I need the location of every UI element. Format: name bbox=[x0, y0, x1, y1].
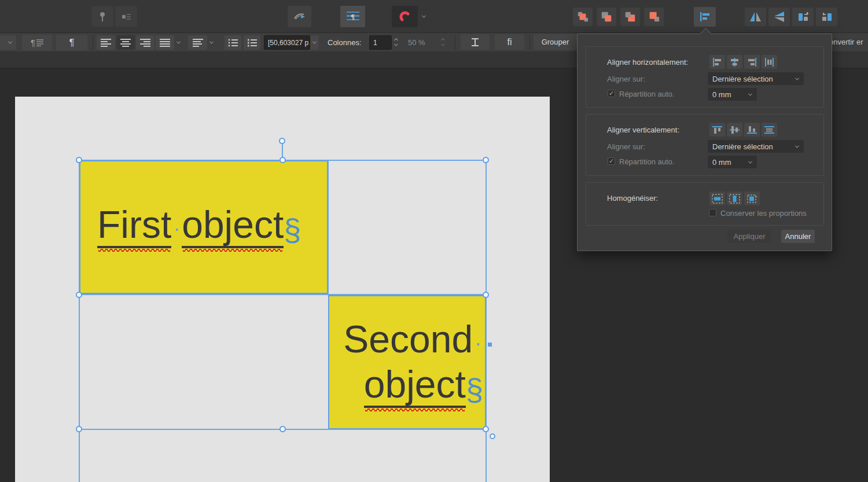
selection-handle-top-left[interactable] bbox=[76, 157, 82, 163]
convert-button-partial[interactable]: onvertir er bbox=[829, 38, 863, 46]
text-flow-marker[interactable] bbox=[488, 343, 492, 347]
same-width-button[interactable] bbox=[709, 192, 725, 205]
columns-input[interactable]: 1 bbox=[369, 35, 392, 50]
cancel-button[interactable]: Annuler bbox=[781, 230, 815, 243]
same-height-button[interactable] bbox=[727, 192, 742, 205]
rotate-cw-icon bbox=[820, 10, 834, 23]
show-text-decorations-button[interactable]: ¶ bbox=[340, 6, 365, 27]
pilcrow-mark: § bbox=[466, 372, 483, 407]
align-on-value: Dernière sélection bbox=[712, 142, 773, 151]
selection-handle-top-right[interactable] bbox=[483, 157, 489, 163]
move-backward-button[interactable] bbox=[620, 8, 640, 26]
bullet-list-button[interactable] bbox=[225, 35, 241, 50]
leading-dropdown[interactable] bbox=[310, 35, 319, 50]
auto-distribute-label: Répartition auto. bbox=[619, 90, 674, 98]
selection-handle-bottom-right[interactable] bbox=[483, 426, 489, 432]
columns-stepper[interactable] bbox=[392, 35, 400, 50]
chevron-down-icon bbox=[8, 40, 12, 44]
drop-caps-button[interactable]: ¶ bbox=[22, 35, 52, 50]
chevron-down-icon bbox=[795, 76, 799, 80]
secondary-handle[interactable] bbox=[490, 433, 495, 439]
alignment-button[interactable] bbox=[694, 7, 716, 27]
chevron-down-icon bbox=[312, 40, 317, 44]
rotate-ccw-button[interactable] bbox=[792, 8, 814, 26]
style-dropdown-partial[interactable] bbox=[0, 35, 16, 50]
leading-field[interactable]: [50,603027 p bbox=[264, 35, 310, 50]
snapping-dropdown[interactable] bbox=[419, 6, 428, 27]
pin-icon bbox=[98, 12, 107, 22]
selection-handle-bottom-center[interactable] bbox=[279, 426, 286, 432]
spacing-value: 0 mm bbox=[712, 90, 731, 99]
homogenize-section bbox=[586, 182, 824, 226]
align-on-dropdown-vertical[interactable]: Dernière sélection bbox=[708, 140, 804, 153]
align-left-button[interactable] bbox=[97, 35, 115, 50]
second-frame-line2: object§ bbox=[328, 362, 483, 407]
selection-edge-middle bbox=[79, 294, 487, 295]
second-frame-line1: Second· bbox=[328, 317, 483, 362]
align-left-edges-icon bbox=[712, 58, 722, 67]
space-marker: · bbox=[473, 331, 483, 355]
ligatures-button[interactable]: fi bbox=[495, 34, 524, 50]
align-bottom-edges-button[interactable] bbox=[744, 123, 760, 137]
chevron-down-icon bbox=[209, 40, 214, 44]
chevron-down-icon bbox=[748, 159, 752, 163]
selection-handle-bottom-left[interactable] bbox=[76, 426, 82, 432]
snapping-button[interactable] bbox=[392, 6, 418, 27]
rotate-cw-button[interactable] bbox=[816, 8, 837, 26]
space-vertically-button[interactable] bbox=[762, 123, 777, 137]
align-top-edges-icon bbox=[712, 126, 722, 134]
same-size-button[interactable] bbox=[744, 192, 760, 205]
selection-edge-left bbox=[79, 160, 80, 482]
gutter-stepper[interactable] bbox=[439, 35, 447, 50]
text-frame-properties-button[interactable] bbox=[461, 34, 490, 50]
justify-options-dropdown[interactable] bbox=[174, 35, 183, 50]
align-center-vertical-button[interactable] bbox=[727, 123, 742, 137]
move-to-back-icon bbox=[648, 10, 660, 23]
apply-button[interactable]: Appliquer bbox=[727, 230, 771, 243]
float-button[interactable] bbox=[115, 6, 137, 27]
space-marker: · bbox=[171, 216, 182, 240]
keep-proportions-checkbox[interactable] bbox=[709, 209, 716, 216]
paragraph-align-button[interactable] bbox=[188, 35, 207, 50]
spacing-value: 0 mm bbox=[712, 158, 731, 167]
space-horizontally-button[interactable] bbox=[762, 55, 777, 69]
second-frame-text: Second· object§ bbox=[328, 317, 483, 407]
leading-value: [50,603027 p bbox=[268, 39, 308, 47]
pin-button[interactable] bbox=[91, 6, 113, 27]
chevron-down-icon bbox=[421, 14, 425, 18]
justify-button[interactable] bbox=[156, 35, 174, 50]
align-top-edges-button[interactable] bbox=[709, 123, 725, 137]
check-icon: ✓ bbox=[609, 157, 614, 165]
spacing-dropdown[interactable]: 0 mm bbox=[708, 88, 757, 101]
flip-horizontal-button[interactable] bbox=[745, 8, 766, 26]
chevron-down-icon bbox=[795, 144, 799, 148]
align-right-edges-button[interactable] bbox=[744, 55, 760, 69]
group-button[interactable]: Grouper bbox=[534, 34, 577, 50]
numbered-list-button[interactable] bbox=[244, 35, 260, 50]
separator bbox=[529, 35, 530, 50]
misspelled-word: object bbox=[182, 203, 284, 248]
pilcrow-toggle-button[interactable]: ¶ bbox=[56, 35, 87, 50]
selection-handle-right-middle[interactable] bbox=[483, 292, 489, 298]
rotation-handle[interactable] bbox=[279, 138, 285, 144]
align-left-edges-button[interactable] bbox=[709, 55, 725, 69]
keep-proportions-label: Conserver les proportions bbox=[720, 209, 807, 218]
selection-handle-left-middle[interactable] bbox=[76, 292, 82, 298]
align-right-button[interactable] bbox=[136, 35, 155, 50]
move-to-back-button[interactable] bbox=[644, 8, 664, 26]
align-on-dropdown[interactable]: Dernière sélection bbox=[708, 72, 804, 85]
selection-handle-top-center[interactable] bbox=[279, 157, 286, 163]
misspelled-word: object bbox=[364, 363, 466, 408]
spacing-dropdown-vertical[interactable]: 0 mm bbox=[708, 156, 757, 168]
preview-mode-button[interactable] bbox=[288, 6, 311, 27]
drop-caps-icon: ¶ bbox=[31, 38, 35, 47]
justify-icon bbox=[160, 39, 170, 47]
move-forward-button[interactable] bbox=[597, 8, 616, 26]
align-center-horizontal-button[interactable] bbox=[727, 55, 742, 69]
align-center-button[interactable] bbox=[116, 35, 135, 50]
auto-distribute-checkbox[interactable]: ✓ bbox=[608, 90, 615, 97]
move-to-front-button[interactable] bbox=[573, 8, 593, 26]
auto-distribute-checkbox-vertical[interactable]: ✓ bbox=[608, 157, 615, 165]
paragraph-align-dropdown[interactable] bbox=[207, 35, 216, 50]
flip-vertical-button[interactable] bbox=[768, 8, 790, 26]
